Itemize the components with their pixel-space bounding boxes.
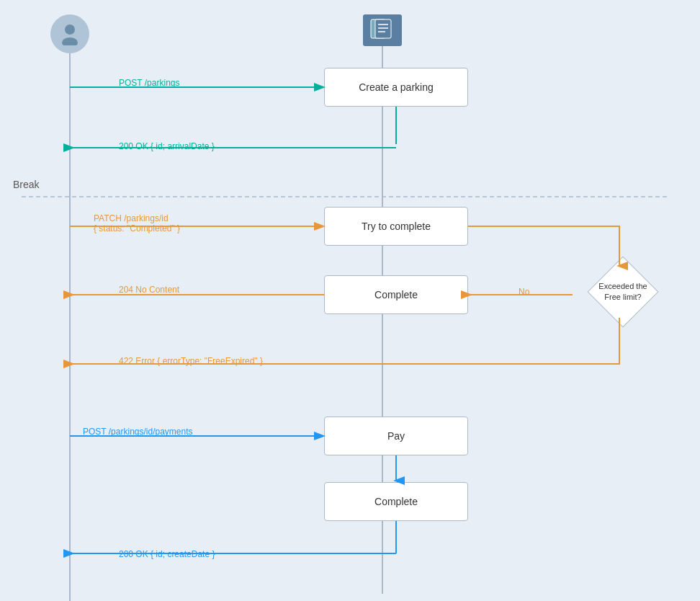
label-post-payments: POST /parkings/id/payments bbox=[83, 427, 193, 437]
user-lifeline bbox=[69, 53, 71, 601]
label-patch-parking: PATCH /parkings/id{ status: "Completed" … bbox=[94, 213, 180, 233]
label-200-create: 200 OK { id; createDate } bbox=[119, 549, 215, 559]
service-icon-box bbox=[363, 14, 402, 46]
svg-point-0 bbox=[65, 25, 75, 35]
diamond-label: Exceeded theFree limit? bbox=[598, 282, 647, 301]
try-complete-box: Try to complete bbox=[324, 207, 468, 246]
label-200-arrival: 200 OK { id; arrivalDate } bbox=[119, 141, 215, 151]
create-parking-box: Create a parking bbox=[324, 68, 468, 107]
user-actor bbox=[50, 14, 89, 601]
svg-point-1 bbox=[62, 37, 78, 45]
diagram: Break Create a parking Try to complete C… bbox=[0, 0, 700, 601]
svg-rect-3 bbox=[375, 19, 391, 38]
pay-box: Pay bbox=[324, 417, 468, 455]
complete-box-1: Complete bbox=[324, 275, 468, 314]
label-no: No bbox=[519, 287, 529, 297]
label-422: 422 Error { errorType: "FreeExpired" } bbox=[119, 356, 263, 366]
exceeded-limit-diamond: Exceeded theFree limit? bbox=[573, 266, 673, 318]
user-avatar bbox=[50, 14, 89, 53]
label-post-parkings: POST /parkings bbox=[119, 78, 179, 88]
label-204: 204 No Content bbox=[119, 285, 179, 295]
complete-box-2: Complete bbox=[324, 482, 468, 521]
break-label: Break bbox=[13, 179, 40, 190]
